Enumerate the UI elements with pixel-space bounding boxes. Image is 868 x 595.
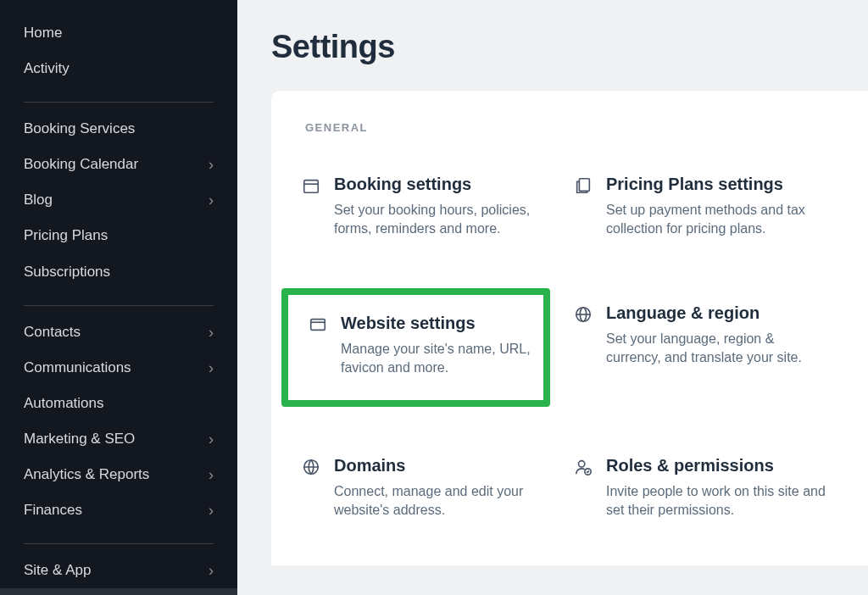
sidebar-item-label: Blog — [24, 191, 53, 209]
sidebar: Home Activity Booking Services Booking C… — [0, 0, 237, 595]
sidebar-item-marketing-seo[interactable]: Marketing & SEO › — [0, 421, 237, 457]
card-booking-settings[interactable]: Booking settings Set your booking hours,… — [275, 159, 550, 254]
svg-rect-3 — [311, 319, 326, 330]
browser-window-icon — [309, 315, 327, 334]
chevron-right-icon: › — [209, 360, 214, 375]
card-title: Website settings — [341, 314, 535, 333]
section-label-general: GENERAL — [305, 121, 868, 134]
sidebar-group-1: Home Activity — [0, 15, 237, 97]
sidebar-item-analytics-reports[interactable]: Analytics & Reports › — [0, 457, 237, 492]
card-body: Domains Connect, manage and edit your we… — [334, 456, 535, 520]
sidebar-item-blog[interactable]: Blog › — [0, 182, 237, 218]
card-title: Language & region — [606, 303, 827, 323]
card-language-region[interactable]: Language & region Set your language, reg… — [567, 288, 843, 407]
sidebar-item-label: Site & App — [24, 561, 91, 580]
card-body: Language & region Set your language, reg… — [606, 303, 827, 368]
sidebar-divider — [24, 102, 214, 103]
sidebar-item-label: Subscriptions — [24, 263, 110, 281]
card-website-settings[interactable]: Website settings Manage your site's name… — [281, 288, 550, 407]
chevron-right-icon: › — [209, 325, 214, 340]
card-body: Roles & permissions Invite people to wor… — [606, 456, 827, 520]
svg-rect-2 — [579, 179, 589, 192]
sidebar-item-activity[interactable]: Activity — [0, 51, 237, 86]
sidebar-divider — [24, 543, 214, 544]
calendar-icon — [302, 176, 320, 195]
card-title: Domains — [334, 456, 535, 475]
settings-panel: GENERAL Booking settings Set your bookin… — [271, 91, 868, 565]
svg-point-9 — [579, 460, 585, 466]
sidebar-group-2: Booking Services Booking Calendar › Blog… — [0, 111, 237, 299]
sidebar-item-site-app[interactable]: Site & App › — [0, 553, 237, 588]
card-description: Connect, manage and edit your website's … — [334, 482, 535, 520]
sidebar-divider — [24, 305, 214, 306]
chevron-right-icon: › — [209, 467, 214, 482]
document-stack-icon — [574, 176, 593, 195]
sidebar-item-label: Home — [24, 24, 62, 42]
main-content: Settings GENERAL Booking settings Set yo… — [237, 0, 868, 595]
sidebar-item-label: Finances — [24, 501, 82, 520]
sidebar-item-pricing-plans[interactable]: Pricing Plans — [0, 218, 237, 253]
sidebar-item-contacts[interactable]: Contacts › — [0, 314, 237, 350]
globe-alt-icon — [302, 458, 320, 476]
sidebar-item-settings[interactable]: Settings — [0, 588, 237, 595]
chevron-right-icon: › — [209, 431, 214, 447]
sidebar-item-label: Contacts — [24, 323, 81, 342]
page-title: Settings — [271, 29, 868, 65]
sidebar-item-booking-services[interactable]: Booking Services — [0, 111, 237, 147]
card-title: Roles & permissions — [606, 456, 827, 475]
card-description: Invite people to work on this site and s… — [606, 482, 827, 520]
sidebar-group-4: Site & App › Settings Apps › — [0, 553, 237, 595]
card-domains[interactable]: Domains Connect, manage and edit your we… — [275, 441, 550, 536]
chevron-right-icon: › — [209, 192, 214, 208]
card-description: Manage your site's name, URL, favicon an… — [341, 340, 535, 378]
sidebar-item-booking-calendar[interactable]: Booking Calendar › — [0, 147, 237, 182]
globe-icon — [574, 305, 593, 324]
card-body: Pricing Plans settings Set up payment me… — [606, 175, 827, 239]
card-description: Set your language, region & currency, an… — [606, 330, 827, 368]
sidebar-item-label: Activity — [24, 59, 70, 78]
card-title: Pricing Plans settings — [606, 175, 827, 194]
sidebar-item-automations[interactable]: Automations — [0, 386, 237, 421]
sidebar-item-label: Booking Calendar — [24, 155, 138, 174]
chevron-right-icon: › — [209, 563, 214, 578]
sidebar-item-label: Automations — [24, 394, 104, 413]
card-roles-permissions[interactable]: Roles & permissions Invite people to wor… — [567, 441, 843, 536]
card-body: Website settings Manage your site's name… — [341, 314, 535, 378]
sidebar-item-label: Marketing & SEO — [24, 430, 135, 448]
sidebar-item-label: Pricing Plans — [24, 226, 108, 245]
settings-cards-grid: Booking settings Set your booking hours,… — [271, 159, 868, 535]
sidebar-item-home[interactable]: Home — [0, 15, 237, 51]
sidebar-group-3: Contacts › Communications › Automations … — [0, 314, 237, 539]
card-title: Booking settings — [334, 175, 535, 194]
card-description: Set up payment methods and tax collectio… — [606, 201, 827, 239]
svg-rect-0 — [304, 181, 319, 193]
card-pricing-plans-settings[interactable]: Pricing Plans settings Set up payment me… — [567, 159, 843, 254]
sidebar-item-label: Booking Services — [24, 120, 135, 138]
chevron-right-icon: › — [209, 503, 214, 518]
sidebar-item-finances[interactable]: Finances › — [0, 492, 237, 528]
sidebar-item-subscriptions[interactable]: Subscriptions — [0, 254, 237, 290]
user-check-icon — [574, 458, 593, 476]
card-body: Booking settings Set your booking hours,… — [334, 175, 535, 239]
sidebar-item-communications[interactable]: Communications › — [0, 350, 237, 386]
card-description: Set your booking hours, policies, forms,… — [334, 201, 535, 239]
sidebar-item-label: Analytics & Reports — [24, 465, 149, 484]
sidebar-item-label: Communications — [24, 359, 131, 377]
chevron-right-icon: › — [209, 157, 214, 172]
